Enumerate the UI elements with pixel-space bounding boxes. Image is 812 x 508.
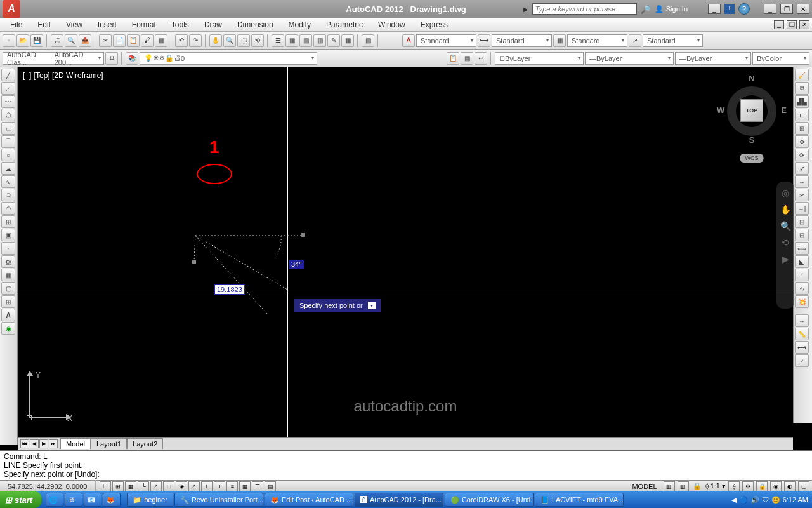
construction-line-icon[interactable]: ⟋ xyxy=(1,82,15,95)
menu-parametric[interactable]: Parametric xyxy=(318,20,370,29)
make-block-icon[interactable]: ▣ xyxy=(1,229,15,241)
ellipse-icon[interactable]: ⬭ xyxy=(1,189,15,201)
sc-icon[interactable]: ▤ xyxy=(265,481,276,491)
hatch-icon[interactable]: ▨ xyxy=(1,255,15,268)
mleaderstyle-dropdown[interactable]: Standard xyxy=(643,34,703,47)
point-icon[interactable]: · xyxy=(1,242,15,255)
stretch-icon[interactable]: ↔ xyxy=(795,175,809,188)
move-icon[interactable]: ✥ xyxy=(795,135,809,148)
table-icon[interactable]: ⊞ xyxy=(1,295,15,308)
annotation-scale[interactable]: ⟠ 1:1 ▾ xyxy=(705,482,726,490)
viewcube-east[interactable]: E xyxy=(781,105,787,115)
paste-icon[interactable]: 📋 xyxy=(127,34,140,47)
distance-input[interactable]: 19.1823 xyxy=(214,284,245,295)
minimize-window-button[interactable]: _ xyxy=(764,4,776,14)
cmd-current-line[interactable]: Specify next point or [Undo]: xyxy=(4,470,808,479)
layer-state-icon[interactable]: 📋 xyxy=(447,52,459,65)
copy-obj-icon[interactable]: ⧉ xyxy=(795,82,809,95)
start-button[interactable]: ⊞start xyxy=(0,491,41,508)
quickcalc-icon[interactable]: ▦ xyxy=(341,34,354,47)
minimize-button[interactable]: _ xyxy=(708,4,721,14)
viewcube-south[interactable]: S xyxy=(749,135,755,145)
ql-icon[interactable]: 🦊 xyxy=(103,493,121,507)
print-icon[interactable]: 🖨 xyxy=(51,34,63,47)
clean-screen-icon[interactable]: ▢ xyxy=(798,481,809,491)
spline-icon[interactable]: ∿ xyxy=(1,175,15,188)
pan-nav-icon[interactable]: ✋ xyxy=(779,203,792,216)
polyline-icon[interactable]: 〰 xyxy=(1,95,15,108)
wcs-badge[interactable]: WCS xyxy=(740,154,764,163)
circle-icon[interactable]: ○ xyxy=(1,149,15,161)
print-preview-icon[interactable]: 🔍 xyxy=(65,34,77,47)
menu-modify[interactable]: Modify xyxy=(281,20,318,29)
textstyle-dropdown[interactable]: Standard xyxy=(416,34,476,47)
redo-icon[interactable]: ↷ xyxy=(189,34,202,47)
menu-draw[interactable]: Draw xyxy=(197,20,230,29)
polygon-icon[interactable]: ⬠ xyxy=(1,109,15,121)
tool-palettes-icon[interactable]: ▤ xyxy=(299,34,312,47)
calc-icon[interactable]: ▤ xyxy=(362,34,374,47)
quickview-drawings-icon[interactable]: ▥ xyxy=(678,481,689,491)
command-line[interactable]: Command: L LINE Specify first point: Spe… xyxy=(0,450,812,480)
grid-icon[interactable]: ▦ xyxy=(125,481,136,491)
mtext-icon[interactable]: A xyxy=(1,309,15,321)
tpy-icon[interactable]: ▦ xyxy=(239,481,251,491)
taskbar-item[interactable]: 🔧 Revo Uninstaller Port... xyxy=(174,493,263,507)
tab-layout2[interactable]: Layout2 xyxy=(127,438,163,449)
linetype-dropdown[interactable]: — ByLayer xyxy=(585,52,674,65)
blend-icon[interactable]: ∿ xyxy=(795,282,809,295)
zoom-realtime-icon[interactable]: 🔍 xyxy=(223,34,236,47)
signin-button[interactable]: 👤 Sign In xyxy=(655,5,688,13)
properties-icon[interactable]: ☰ xyxy=(272,34,284,47)
menu-edit[interactable]: Edit xyxy=(30,20,58,29)
dim-linear-icon[interactable]: ⟷ xyxy=(795,341,809,354)
distance-icon[interactable]: ↔ xyxy=(795,314,809,327)
tab-first-icon[interactable]: ⏮ xyxy=(20,439,29,448)
menu-dimension[interactable]: Dimension xyxy=(230,20,281,29)
model-space-button[interactable]: MODEL xyxy=(628,483,660,490)
array-icon[interactable]: ⊞ xyxy=(795,122,809,135)
clock[interactable]: 6:12 AM xyxy=(783,496,808,504)
break-at-point-icon[interactable]: ⊟ xyxy=(795,215,809,228)
extend-icon[interactable]: →| xyxy=(795,202,809,215)
taskbar-item[interactable]: 🟢 CorelDRAW X6 - [Unti... xyxy=(445,493,534,507)
color-dropdown[interactable]: ◻ ByLayer xyxy=(495,52,584,65)
ortho-icon[interactable]: └ xyxy=(138,481,149,491)
match-props-icon[interactable]: 🖌 xyxy=(141,34,154,47)
cut-icon[interactable]: ✂ xyxy=(99,34,112,47)
line-icon[interactable]: ╱ xyxy=(1,69,15,81)
new-icon[interactable]: ▫ xyxy=(3,34,15,47)
polar-icon[interactable]: ∠ xyxy=(150,481,162,491)
showmotion-icon[interactable]: ▶ xyxy=(779,253,792,265)
doc-close-button[interactable]: ✕ xyxy=(799,20,809,29)
system-tray[interactable]: ◀ 🔵 🔊 🛡 😊 6:12 AM xyxy=(728,491,812,508)
explode-icon[interactable]: 💥 xyxy=(795,295,809,308)
taskbar-item[interactable]: 📁 beginer xyxy=(127,493,173,507)
qp-icon[interactable]: ☰ xyxy=(252,481,263,491)
layer-props-icon[interactable]: 📚 xyxy=(126,52,138,65)
join-icon[interactable]: ⟺ xyxy=(795,242,809,255)
markup-icon[interactable]: ✎ xyxy=(327,34,340,47)
sheet-set-icon[interactable]: ▥ xyxy=(313,34,326,47)
viewcube-top[interactable]: TOP xyxy=(740,99,763,122)
workspace-switch-icon[interactable]: ⚙ xyxy=(742,481,754,491)
doc-minimize-button[interactable]: _ xyxy=(774,20,784,29)
trim-icon[interactable]: ✂ xyxy=(795,189,809,201)
infocenter-icon[interactable]: ! xyxy=(724,4,735,14)
dimstyle-icon[interactable]: ⟷ xyxy=(478,34,490,47)
tab-layout1[interactable]: Layout1 xyxy=(91,438,127,449)
viewcube-west[interactable]: W xyxy=(717,105,724,115)
menu-express[interactable]: Express xyxy=(413,20,455,29)
open-icon[interactable]: 📂 xyxy=(16,34,29,47)
gradient-icon[interactable]: ▦ xyxy=(1,269,15,281)
publish-icon[interactable]: 📤 xyxy=(79,34,91,47)
rectangle-icon[interactable]: ▭ xyxy=(1,122,15,135)
hardware-acceleration-icon[interactable]: ◉ xyxy=(770,481,782,491)
taskbar-item[interactable]: 🅰 AutoCAD 2012 - [Dra... xyxy=(355,493,443,507)
pan-icon[interactable]: ✋ xyxy=(209,34,222,47)
help-icon[interactable]: ? xyxy=(738,3,750,15)
zoom-previous-icon[interactable]: ⟲ xyxy=(251,34,264,47)
dimstyle-dropdown[interactable]: Standard xyxy=(492,34,552,47)
add-selected-icon[interactable]: ◉ xyxy=(1,322,15,335)
tablestyle-icon[interactable]: ▦ xyxy=(553,34,566,47)
